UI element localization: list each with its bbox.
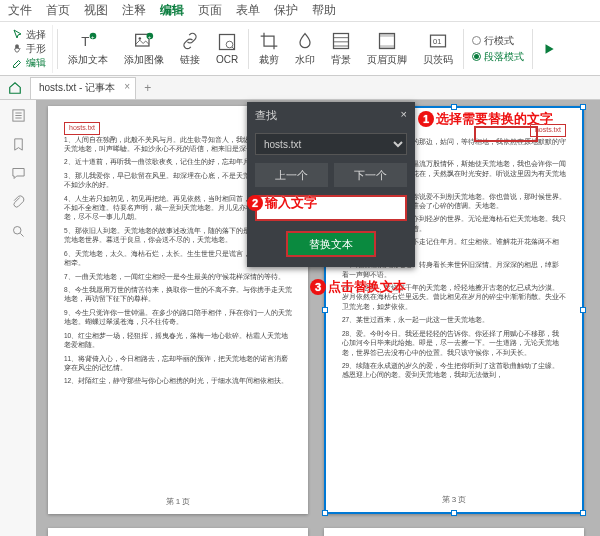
mode-group: 行模式 段落模式 xyxy=(468,30,528,68)
menu-protect[interactable]: 保护 xyxy=(274,2,298,19)
add-image-button[interactable]: +添加图像 xyxy=(118,25,170,73)
bookmark-icon[interactable] xyxy=(11,137,26,152)
menu-form[interactable]: 表单 xyxy=(236,2,260,19)
page-1-number: 第 1 页 xyxy=(48,496,308,508)
replace-button[interactable]: 替换文本 xyxy=(286,231,376,257)
menu-file[interactable]: 文件 xyxy=(8,2,32,19)
svg-point-4 xyxy=(139,37,142,40)
dialog-close-icon[interactable]: × xyxy=(401,108,407,123)
next-button[interactable]: 下一个 xyxy=(334,163,407,187)
svg-rect-11 xyxy=(380,33,395,36)
page-3-number: 第 3 页 xyxy=(326,494,582,506)
document-tab[interactable]: hosts.txt - 记事本× xyxy=(30,77,136,99)
new-tab-button[interactable]: + xyxy=(136,81,159,95)
background-button[interactable]: 背景 xyxy=(325,25,357,73)
menu-home[interactable]: 首页 xyxy=(46,2,70,19)
prev-button[interactable]: 上一个 xyxy=(255,163,328,187)
edit-tool[interactable]: 编辑 xyxy=(12,56,46,70)
annotation-box-1 xyxy=(474,126,538,142)
menu-help[interactable]: 帮助 xyxy=(312,2,336,19)
tab-bar: hosts.txt - 记事本× + xyxy=(0,76,600,100)
svg-point-16 xyxy=(13,227,21,235)
svg-text:+: + xyxy=(148,33,152,39)
attachment-icon[interactable] xyxy=(11,195,26,210)
para-mode-radio[interactable]: 段落模式 xyxy=(472,50,524,64)
select-tool[interactable]: 选择 xyxy=(12,28,46,42)
ocr-button[interactable]: OCR xyxy=(210,25,244,73)
callout-1: 1选择需要替换的文字 xyxy=(418,110,553,128)
svg-text:+: + xyxy=(91,33,95,39)
pointer-group: 选择 手形 编辑 xyxy=(6,25,53,73)
dialog-title: 查找 xyxy=(255,108,277,123)
svg-point-8 xyxy=(226,41,233,48)
workspace: hosts.txt 1、人间自在独酌，此般不关风与月。此生欲寻知音人，我纵躺然到… xyxy=(0,100,600,536)
close-tab-icon[interactable]: × xyxy=(124,81,130,92)
menu-edit[interactable]: 编辑 xyxy=(160,2,184,19)
find-target-select[interactable]: hosts.txt xyxy=(255,133,407,155)
page-2-thumb[interactable]: hosts.txt xyxy=(48,528,308,536)
hosts-tag-1: hosts.txt xyxy=(64,122,100,135)
run-button[interactable] xyxy=(537,29,561,69)
callout-3: 3点击替换文本 xyxy=(310,278,406,296)
bates-button[interactable]: 01贝茨码 xyxy=(417,25,459,73)
menu-view[interactable]: 视图 xyxy=(84,2,108,19)
svg-text:01: 01 xyxy=(433,37,441,46)
menu-page[interactable]: 页面 xyxy=(198,2,222,19)
search-icon[interactable] xyxy=(11,224,26,239)
page-4-thumb[interactable]: hosts.txt xyxy=(324,528,584,536)
row-mode-radio[interactable]: 行模式 xyxy=(472,34,524,48)
watermark-button[interactable]: 水印 xyxy=(289,25,321,73)
ribbon: 选择 手形 编辑 T+添加文本 +添加图像 链接 OCR 裁剪 水印 背景 页眉… xyxy=(0,22,600,76)
callout-2: 2输入文字 xyxy=(247,194,317,212)
hand-tool[interactable]: 手形 xyxy=(12,42,46,56)
link-button[interactable]: 链接 xyxy=(174,25,206,73)
menu-annot[interactable]: 注释 xyxy=(122,2,146,19)
find-dialog: 查找 × hosts.txt 上一个 下一个 替换文本 xyxy=(247,102,415,267)
sidebar xyxy=(0,100,36,536)
menu-bar: 文件 首页 视图 注释 编辑 页面 表单 保护 帮助 xyxy=(0,0,600,22)
toc-icon[interactable] xyxy=(11,108,26,123)
header-footer-button[interactable]: 页眉页脚 xyxy=(361,25,413,73)
crop-button[interactable]: 裁剪 xyxy=(253,25,285,73)
add-text-button[interactable]: T+添加文本 xyxy=(62,25,114,73)
comment-icon[interactable] xyxy=(11,166,26,181)
svg-rect-12 xyxy=(380,45,395,48)
home-icon[interactable] xyxy=(0,81,30,95)
svg-text:T: T xyxy=(81,34,89,49)
